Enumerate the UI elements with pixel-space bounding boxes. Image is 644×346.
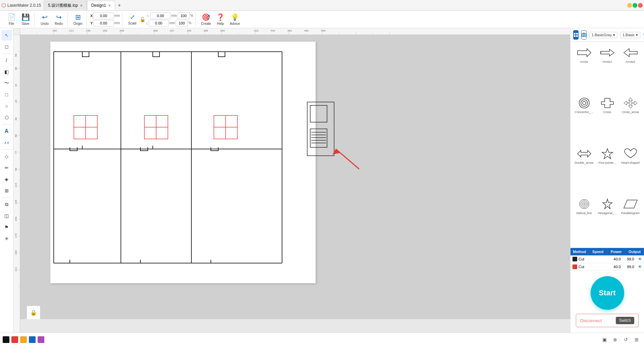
layer-row-red[interactable]: Cut 40.0 99.0 👁 <box>570 263 644 271</box>
hexagonal-star-shape-icon <box>599 197 616 211</box>
close-button[interactable] <box>638 3 643 8</box>
add-tab-button[interactable]: + <box>115 2 124 8</box>
scale-label: Scale <box>128 21 137 25</box>
ellipse-tool[interactable]: ○ <box>1 101 12 111</box>
redo-button[interactable]: ↪ Redo <box>52 12 65 27</box>
layer-row-black[interactable]: Cut 40.0 99.0 👁 <box>570 255 644 263</box>
lock-icon[interactable]: 🔓 <box>140 17 145 22</box>
polygon-tool[interactable]: ⬡ <box>1 112 12 123</box>
arrange-tool[interactable]: ◫ <box>1 210 12 221</box>
select-tool[interactable]: ↖ <box>1 30 12 41</box>
minimize-button[interactable] <box>627 3 632 8</box>
canvas-lock-button[interactable]: 🔒 <box>27 306 40 319</box>
create-button[interactable]: 🎯 Create <box>199 12 213 27</box>
scale-button[interactable]: ⤢ Scale <box>126 12 139 27</box>
svg-marker-108 <box>624 98 637 108</box>
advice-button[interactable]: 💡 Advice <box>228 12 242 27</box>
shape-ops-tool[interactable]: ◧ <box>1 66 12 77</box>
shape-concentric[interactable]: Concentric_... <box>573 95 595 144</box>
advice-icon: 💡 <box>231 13 239 21</box>
w-pct-input[interactable] <box>178 12 190 19</box>
color-purple[interactable] <box>38 336 44 343</box>
draw-line-tool[interactable]: / <box>1 55 12 66</box>
shape-heart[interactable]: Heart-shaped <box>619 146 641 195</box>
category-dropdown-1[interactable]: 1.BasicGray ▾ <box>589 32 617 38</box>
h-input[interactable] <box>149 20 169 27</box>
camera-view-button[interactable] <box>581 30 587 40</box>
layer-method-1: Cut <box>579 257 610 261</box>
bottom-tool-1[interactable]: ▣ <box>600 335 609 344</box>
tab-label-2: Design1 <box>91 3 106 8</box>
file-button[interactable]: 📄 File <box>5 12 18 27</box>
svg-text:19: 19 <box>14 84 17 87</box>
text2-tool[interactable]: ∧∧ <box>1 137 12 148</box>
color-orange[interactable] <box>20 336 27 343</box>
svg-text:384: 384 <box>220 29 225 32</box>
x-input[interactable] <box>93 12 113 19</box>
pencil-tool[interactable]: ✏ <box>1 162 12 173</box>
layer-eye-2[interactable]: 👁 <box>638 264 642 269</box>
shape-parallelogram[interactable]: Parallelogram <box>619 196 641 245</box>
app-logo: ⬡ LaserMaker 2.0.15 <box>1 2 41 8</box>
shapes-grid: Arrow Arrow1 Arrow2 <box>570 42 644 248</box>
tab-close-1[interactable]: ✕ <box>80 4 83 7</box>
shape-five-star[interactable]: Five-pointe... <box>596 146 618 195</box>
cross-shape-icon <box>599 96 616 110</box>
svg-text:461: 461 <box>287 29 292 32</box>
shape-cross[interactable]: Cross <box>596 95 618 144</box>
shape-hexagonal-star[interactable]: Hexagonal_... <box>596 196 618 245</box>
table-tool[interactable]: ⊞ <box>1 185 12 196</box>
save-button[interactable]: 💾 Save <box>19 12 32 27</box>
canvas-content[interactable] <box>20 35 570 319</box>
layer-eye-1[interactable]: 👁 <box>638 257 642 261</box>
eraser-tool[interactable]: ◇ <box>1 151 12 162</box>
starburst-tool[interactable]: ✳ <box>1 233 12 244</box>
maximize-button[interactable] <box>633 3 637 8</box>
h-pct-input[interactable] <box>176 20 188 27</box>
y-input[interactable] <box>93 20 113 27</box>
fill-tool[interactable]: ◈ <box>1 174 12 185</box>
node-edit-tool[interactable]: ◻ <box>1 41 12 52</box>
switch-button[interactable]: Switch <box>616 317 634 324</box>
bottom-tool-3[interactable]: ↺ <box>621 335 631 344</box>
w-input[interactable] <box>150 12 171 19</box>
shape-arrow2[interactable]: Arrow2 <box>619 45 641 94</box>
shape-double-arrow[interactable]: Double_arrow <box>573 146 595 195</box>
left-toolbar: ↖ ◻ / ◧ 〜 □ ○ ⬡ A ∧∧ ◇ ✏ ◈ ⊞ ⧉ ◫ ⚑ ✳ <box>0 28 13 333</box>
svg-rect-94 <box>574 33 576 35</box>
layers-tool[interactable]: ⧉ <box>1 199 12 210</box>
double-arrow-shape-icon <box>576 147 593 160</box>
color-red[interactable] <box>11 336 18 343</box>
flag-tool[interactable]: ⚑ <box>1 222 12 233</box>
cross-shape-label: Cross <box>603 110 611 114</box>
svg-text:346: 346 <box>187 29 191 32</box>
tab-design-template[interactable]: 5.设计图模板.lcp ✕ <box>44 1 87 10</box>
double-arrow-shape-label: Double_arrow <box>574 161 593 164</box>
rectangle-tool[interactable]: □ <box>1 89 12 100</box>
undo-icon: ↩ <box>42 13 48 21</box>
help-button[interactable]: ❓ Help <box>214 12 227 27</box>
tab-close-2[interactable]: ✕ <box>108 4 111 7</box>
shape-arrow[interactable]: Arrow <box>573 45 595 94</box>
svg-text:211: 211 <box>14 267 17 271</box>
undo-button[interactable]: ↩ Undo <box>38 12 51 27</box>
shape-cross-arrow[interactable]: Cross_arrow <box>619 95 641 144</box>
color-black[interactable] <box>3 336 9 343</box>
start-button[interactable]: Start <box>591 276 624 310</box>
svg-text:115: 115 <box>14 183 17 188</box>
category-dropdown-2[interactable]: 1.Basic ▾ <box>620 32 640 38</box>
color-blue[interactable] <box>29 336 36 343</box>
origin-button[interactable]: ⊞ Origin <box>71 12 85 27</box>
scale-group: ⤢ Scale 🔓 ↔ mm % ↕ mm % <box>124 12 196 27</box>
canvas-area[interactable]: 192 211 230 250 269 308 327 346 365 384 … <box>13 28 570 333</box>
bottom-tool-4[interactable]: ⊞ <box>632 335 641 344</box>
shape-helical[interactable]: Helical_line <box>573 196 595 245</box>
svg-marker-115 <box>603 199 612 209</box>
grid-view-button[interactable] <box>573 30 579 40</box>
text-tool[interactable]: A <box>1 126 12 137</box>
bottom-tool-2[interactable]: ⊕ <box>610 335 620 344</box>
tab-design1[interactable]: Design1 ✕ <box>87 1 115 10</box>
svg-text:192: 192 <box>14 250 17 255</box>
shape-arrow1[interactable]: Arrow1 <box>596 45 618 94</box>
curve-tool[interactable]: 〜 <box>1 78 12 89</box>
